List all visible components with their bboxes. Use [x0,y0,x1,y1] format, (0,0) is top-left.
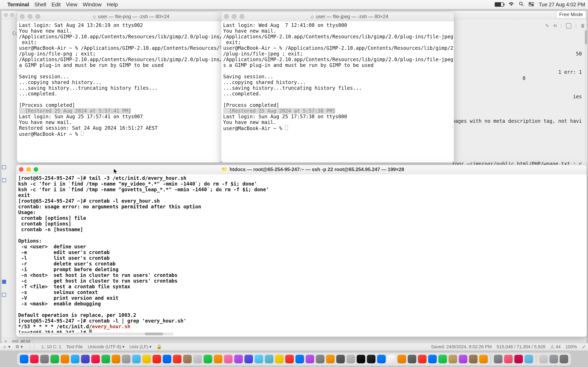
dock-app-47[interactable] [504,355,513,363]
dock-app-15[interactable] [173,355,182,363]
dock-app-38[interactable] [408,355,416,363]
dock-app-41[interactable] [438,355,447,363]
dock-app-3[interactable] [51,355,59,363]
dock[interactable] [17,352,571,366]
dock-app-6[interactable] [81,355,90,363]
zoom-icon[interactable] [240,14,244,19]
terminal-focus-window[interactable]: 📁htdocs — root@65-254-95-247:~ — ssh -p … [16,165,587,337]
dock-app-49[interactable] [525,355,533,363]
dock-app-0[interactable] [20,355,28,363]
loop-icon[interactable]: ⟲ [553,23,557,29]
zoom-icon[interactable] [34,167,38,172]
dock-app-18[interactable] [204,355,212,363]
zoom-icon[interactable] [35,14,40,19]
dock-app-14[interactable] [163,355,171,363]
dock-app-4[interactable] [61,355,69,363]
terminal-left-titlebar[interactable]: ⌂user — file-png — -zsh — 80×24 [17,12,221,21]
traffic-lights[interactable] [224,14,244,19]
status-warn[interactable]: ⚠ 44 [550,344,561,350]
terminal-focus-titlebar[interactable]: 📁htdocs — root@65-254-95-247:~ — ssh -p … [16,165,587,174]
terminal-right-window[interactable]: ⌂user — file-jpeg — -zsh — 80×24 Last lo… [221,12,454,163]
dock-right-0[interactable] [539,355,548,363]
terminal-focus-hscroll[interactable] [18,333,173,335]
dock-app-39[interactable] [418,355,426,363]
dock-app-23[interactable] [255,355,263,363]
dock-app-8[interactable] [102,355,110,363]
stack-icon[interactable] [566,23,571,29]
dock-app-10[interactable] [122,355,130,363]
dock-app-42[interactable] [449,355,457,363]
status-type[interactable]: Text File [66,344,83,350]
status-enc[interactable]: Unicode (UTF-8) ▾ [88,344,125,350]
dock-app-22[interactable] [244,355,253,363]
dock-app-35[interactable] [377,355,386,363]
dock-app-19[interactable] [214,355,222,363]
menu-view[interactable]: View [66,1,77,8]
dock-app-48[interactable] [514,355,523,363]
terminal-left-window[interactable]: ⌂user — file-png — -zsh — 80×24 Last log… [17,12,221,163]
close-icon[interactable] [20,14,25,19]
dock-app-7[interactable] [91,355,100,363]
dock-app-13[interactable] [153,355,161,363]
status-gear-icon[interactable]: ⚙ ▾ [15,344,23,350]
status-zoom[interactable]: 100% [566,344,577,350]
dock-app-17[interactable] [193,355,202,363]
dock-app-25[interactable] [275,355,284,363]
minimize-icon[interactable] [26,167,31,172]
trash-icon[interactable]: 🗑 [581,23,585,29]
dock-app-44[interactable] [469,355,477,363]
pencil-icon[interactable]: ✎ [545,23,549,29]
dock-app-9[interactable] [112,355,120,363]
dock-app-12[interactable] [142,355,151,363]
menu-help[interactable]: Help [107,1,118,8]
battery-icon[interactable] [495,2,504,7]
minimize-icon[interactable] [27,14,33,19]
dock-app-5[interactable] [71,355,79,363]
spotlight-icon[interactable] [519,1,524,8]
dock-app-40[interactable] [428,355,437,363]
dock-right-1[interactable] [549,355,558,363]
dock-right-2[interactable] [560,355,568,363]
menubar-app-name[interactable]: Terminal [7,1,29,8]
traffic-lights[interactable] [19,167,38,172]
menu-window[interactable]: Window [83,1,102,8]
dock-app-11[interactable] [132,355,141,363]
dock-app-26[interactable] [285,355,294,363]
traffic-lights[interactable] [20,14,40,19]
menu-edit[interactable]: Edit [52,1,61,8]
status-expand-icon[interactable]: ⤢ [582,344,586,350]
dock-app-1[interactable] [30,355,39,363]
terminal-right-titlebar[interactable]: ⌂user — file-jpeg — -zsh — 80×24 [221,12,454,21]
dock-app-34[interactable] [367,355,375,363]
dock-app-32[interactable] [346,355,355,363]
close-icon[interactable] [224,14,229,19]
dock-app-24[interactable] [265,355,273,363]
terminal-focus-body[interactable]: [root@65-254-95-247 ~]# tail -3 /etc/ini… [16,174,587,337]
dock-app-2[interactable] [40,355,49,363]
close-icon[interactable] [19,167,24,172]
wifi-icon[interactable] [509,2,514,7]
menubar-clock[interactable]: Tue 27 Aug 4:02 PM [539,2,585,8]
dock-app-30[interactable] [326,355,335,363]
status-eol[interactable]: Unix (LF) ▾ [130,344,152,350]
terminal-left-body[interactable]: Last login: Sat Aug 24 13:26:19 on ttys0… [17,21,221,138]
menu-shell[interactable]: Shell [34,1,46,8]
dock-app-29[interactable] [316,355,324,363]
status-add-icon[interactable]: ＋ ▾ [2,344,10,350]
dock-app-28[interactable] [306,355,314,363]
dock-app-31[interactable] [336,355,345,363]
dock-app-20[interactable] [224,355,233,363]
terminal-right-body[interactable]: Last login: Wed Aug 7 12:41:00 on ttys00… [221,21,454,133]
dock-app-37[interactable] [398,355,406,363]
free-mode-button[interactable]: Free Mode [556,11,586,18]
control-center-icon[interactable] [528,2,534,7]
dock-app-45[interactable] [479,355,488,363]
dock-app-16[interactable] [183,355,192,363]
dock-app-46[interactable] [494,355,502,363]
dock-app-21[interactable] [234,355,243,363]
dock-app-33[interactable] [357,355,365,363]
minimize-icon[interactable] [232,14,237,19]
dock-app-36[interactable] [387,355,396,363]
dock-app-43[interactable] [459,355,467,363]
lock-icon[interactable]: 🔒 [156,344,162,350]
